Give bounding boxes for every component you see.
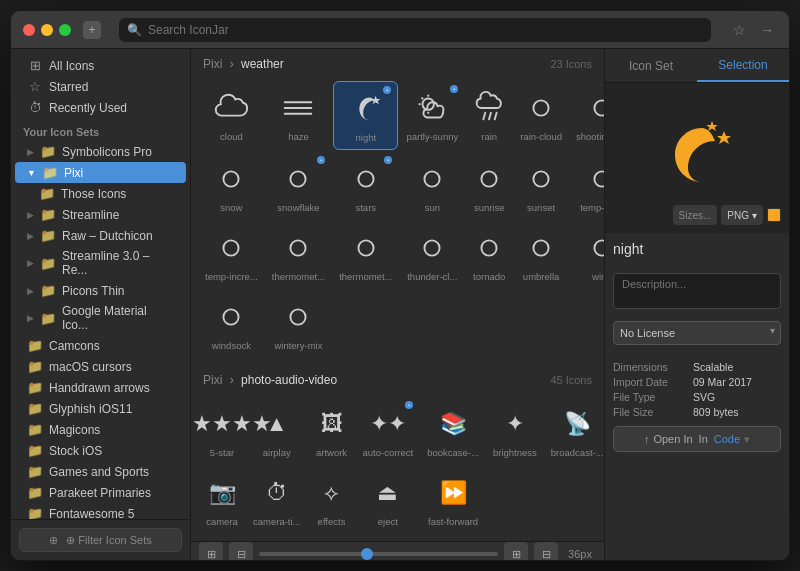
export-icon[interactable]: → [757,20,777,40]
sidebar-item-pixi[interactable]: ▼ 📁 Pixi [15,162,186,183]
add-tab-button[interactable]: + [83,21,101,39]
sidebar-item-glyphish-ios11[interactable]: 📁 Glyphish iOS11 [15,398,186,419]
weather-icon-thermometer2[interactable]: thermomet... [333,221,398,288]
grid-small-button[interactable]: ⊞ [199,542,223,560]
photo-icon-effects[interactable]: ⟡ effects [309,466,355,533]
icon-label: night [338,132,393,143]
sidebar-item-recently-used[interactable]: ⏱ Recently Used [15,97,186,118]
sidebar-item-raw-dutchicon[interactable]: ▶ 📁 Raw – Dutchicon [15,225,186,246]
photo-icon-fast-forward[interactable]: ⏩ fast-forward [421,466,485,533]
weather-icon-snow[interactable]: snow [199,152,264,219]
weather-icon-haze[interactable]: haze [266,81,331,150]
weather-icon-umbrella[interactable]: umbrella [514,221,568,288]
minimize-button[interactable] [41,24,53,36]
license-select[interactable]: No License [613,321,781,345]
filter-icon-sets-button[interactable]: ⊕ ⊕ Filter Icon Sets [19,528,182,552]
photo-icon-auto-correct[interactable]: • ✦✦ auto-correct [357,397,420,464]
sidebar-item-handdrawn-arrows[interactable]: 📁 Handdrawn arrows [15,377,186,398]
weather-icon-tornado[interactable]: tornado [466,221,512,288]
photo-icon-brightness[interactable]: ✦ brightness [487,397,543,464]
sidebar-item-starred[interactable]: ☆ Starred [15,76,186,97]
folder-icon: 📁 [27,506,43,519]
weather-icon-night[interactable]: • night [333,81,398,150]
sidebar-item-fontawesome-5[interactable]: 📁 Fontawesome 5 [15,503,186,519]
photo-icon-5-star[interactable]: ★★★★★ 5-star [199,397,245,464]
weather-icon-thermometer1[interactable]: thermomet... [266,221,331,288]
weather-icon-snowflake[interactable]: • snowflake [266,152,331,219]
photo-icon-bookcase[interactable]: 📚 bookcase-... [421,397,485,464]
weather-icon-temp-drop[interactable]: temp-drop [570,152,604,219]
sidebar-item-streamline-3[interactable]: ▶ 📁 Streamline 3.0 – Re... [15,246,186,280]
sidebar-item-camcons[interactable]: 📁 Camcons [15,335,186,356]
photo-icon-eject[interactable]: ⏏ eject [357,466,420,533]
photo-icon-camera-ti[interactable]: ⏱ camera-ti... [247,466,307,533]
weather-icon-stars[interactable]: • stars [333,152,398,219]
icon-label: temp-incre... [203,271,260,282]
sidebar-item-those-icons[interactable]: 📁 Those Icons [15,183,186,204]
svg-point-20 [594,171,604,186]
weather-icon-partly-sunny[interactable]: • partly-sunny [400,81,464,150]
your-icon-sets-label: Your Icon Sets [11,118,190,141]
sidebar-item-streamline[interactable]: ▶ 📁 Streamline [15,204,186,225]
svg-marker-3 [371,96,380,105]
folder-icon: 📁 [40,311,56,326]
weather-icon-cloud[interactable]: cloud [199,81,264,150]
weather-icon-temp-increase[interactable]: temp-incre... [199,221,264,288]
icon-image [522,229,560,267]
icon-image [279,229,317,267]
close-button[interactable] [23,24,35,36]
sidebar-item-games-and-sports[interactable]: 📁 Games and Sports [15,461,186,482]
search-input[interactable] [148,23,703,37]
icon-label: fast-forward [425,516,481,527]
sidebar-item-all-icons[interactable]: ⊞ All Icons [15,55,186,76]
weather-icon-sun[interactable]: sun [400,152,464,219]
right-panel: Icon Set Selection Sizes... PNG ▾ [604,49,789,560]
weather-icon-rain-cloud[interactable]: rain-cloud [514,81,568,150]
sidebar-item-macos-cursors[interactable]: 📁 macOS cursors [15,356,186,377]
icon-label: eject [361,516,416,527]
sidebar-item-stock-ios[interactable]: 📁 Stock iOS [15,440,186,461]
weather-section-header: Pixi › weather 23 Icons [191,49,604,77]
weather-icon-sunset[interactable]: sunset [514,152,568,219]
photo-icon-airplay[interactable]: ▲ airplay [247,397,307,464]
meta-file-type: File Type SVG [613,391,781,403]
weather-breadcrumb: Pixi › weather [203,57,284,71]
weather-icon-thunder-cloud[interactable]: thunder-cl... [400,221,464,288]
photo-icon-artwork[interactable]: 🖼 artwork [309,397,355,464]
color-swatch[interactable] [767,208,781,222]
tab-icon-set[interactable]: Icon Set [605,49,697,82]
maximize-button[interactable] [59,24,71,36]
format-button[interactable]: PNG ▾ [721,205,763,225]
sidebar-item-picons-thin[interactable]: ▶ 📁 Picons Thin [15,280,186,301]
folder-icon: 📁 [27,338,43,353]
grid-xlarge-button[interactable]: ⊞ [504,542,528,560]
sidebar-item-parakeet-primaries[interactable]: 📁 Parakeet Primaries [15,482,186,503]
folder-icon: 📁 [40,207,56,222]
weather-icon-wintery-mix[interactable]: wintery-mix [266,290,331,357]
icon-label: snow [203,202,260,213]
grid-xxlarge-button[interactable]: ⊟ [534,542,558,560]
icon-image [583,229,604,267]
sidebar-item-magicons[interactable]: 📁 Magicons [15,419,186,440]
weather-icon-rain[interactable]: rain [466,81,512,150]
weather-icon-windsock[interactable]: windsock [199,290,264,357]
size-button[interactable]: Sizes... [673,205,718,225]
photo-icon-broadcast[interactable]: 📡 broadcast-... [545,397,604,464]
star-icon[interactable]: ☆ [729,20,749,40]
sidebar-item-symbolicons-pro[interactable]: ▶ 📁 Symbolicons Pro [15,141,186,162]
icon-label: snowflake [270,202,327,213]
search-bar[interactable]: 🔍 [119,18,711,42]
svg-point-18 [482,171,497,186]
photo-icon-camera[interactable]: 📷 camera [199,466,245,533]
description-field[interactable] [613,273,781,309]
zoom-slider[interactable] [259,552,498,556]
sidebar-item-google-material[interactable]: ▶ 📁 Google Material Ico... [15,301,186,335]
grid-large-button[interactable]: ⊟ [229,542,253,560]
tab-selection[interactable]: Selection [697,49,789,82]
chevron-icon: ▶ [27,231,34,241]
open-in-button[interactable]: ↑ Open In In Code ▾ [613,426,781,452]
weather-icon-sunrise[interactable]: sunrise [466,152,512,219]
zoom-handle[interactable] [361,548,373,560]
weather-icon-shooting-star[interactable]: • shooting-s... [570,81,604,150]
weather-icon-wind[interactable]: wind [570,221,604,288]
